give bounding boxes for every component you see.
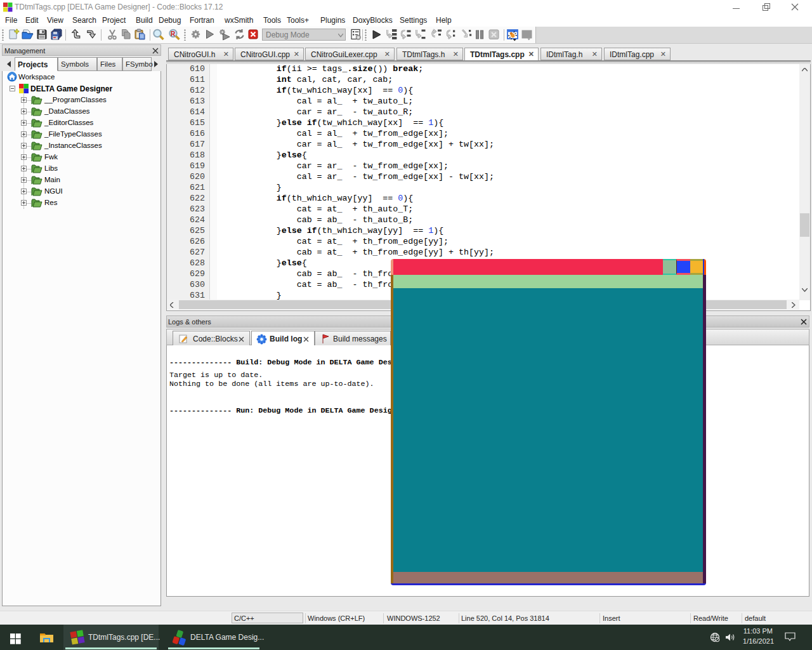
svg-text:R: R [171, 30, 176, 37]
